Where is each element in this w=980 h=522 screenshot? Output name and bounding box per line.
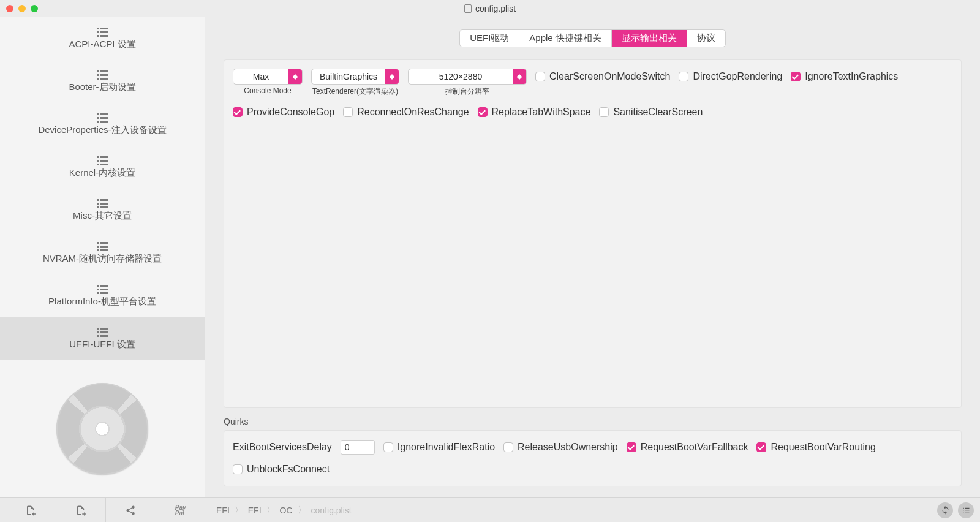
chevron-right-icon: 〉 xyxy=(235,505,243,516)
chevron-updown-icon xyxy=(385,69,399,84)
checkbox-releaseusbownership[interactable]: ReleaseUsbOwnership xyxy=(503,439,618,455)
list-icon xyxy=(97,328,108,336)
checkbox-ignoreinvalidflexratio[interactable]: IgnoreInvalidFlexRatio xyxy=(383,439,495,455)
document-icon xyxy=(464,4,472,13)
sidebar-item-platforminfo[interactable]: PlatformInfo-机型平台设置 xyxy=(0,274,205,317)
list-icon xyxy=(962,505,971,515)
checkbox-provideconsolegop[interactable]: ProvideConsoleGop xyxy=(233,104,334,120)
resolution-label: 控制台分辨率 xyxy=(445,86,489,97)
tab-protocols[interactable]: 协议 xyxy=(687,30,725,47)
checkbox-icon xyxy=(791,72,801,81)
exitbootservicesdelay-label: ExitBootServicesDelay xyxy=(233,442,332,453)
breadcrumb-item-current: config.plist xyxy=(311,505,352,515)
checkbox-icon xyxy=(679,72,688,81)
window-title-text: config.plist xyxy=(475,4,516,13)
checkbox-reconnectonreschange[interactable]: ReconnectOnResChange xyxy=(343,104,469,120)
file-import-icon xyxy=(25,505,36,516)
list-icon xyxy=(97,156,108,165)
quirks-panel: ExitBootServicesDelay IgnoreInvalidFlexR… xyxy=(224,430,962,486)
tab-apple-hotkeys[interactable]: Apple 快捷键相关 xyxy=(519,30,611,47)
checkbox-icon xyxy=(233,107,243,117)
sidebar-item-label: Kernel-内核设置 xyxy=(69,167,135,179)
checkbox-requestbootvarfallback[interactable]: RequestBootVarFallback xyxy=(627,439,748,455)
sidebar-item-nvram[interactable]: NVRAM-随机访问存储器设置 xyxy=(0,232,205,274)
output-panel: Max Console Mode BuiltinGraphics TextRen… xyxy=(224,59,962,408)
sidebar-item-label: DeviceProperties-注入设备设置 xyxy=(38,124,166,136)
console-mode-value: Max xyxy=(233,69,288,84)
file-export-icon xyxy=(75,505,86,516)
list-icon xyxy=(97,113,108,122)
text-renderer-value: BuiltinGraphics xyxy=(312,69,385,84)
share-icon xyxy=(125,505,136,516)
chevron-right-icon: 〉 xyxy=(266,505,275,516)
main-content: UEFI驱动 Apple 快捷键相关 显示输出相关 协议 Max Console… xyxy=(205,17,980,497)
resolution-select[interactable]: 5120×2880 xyxy=(408,69,527,85)
list-icon xyxy=(97,199,108,208)
sidebar-item-label: ACPI-ACPI 设置 xyxy=(69,39,135,50)
export-button[interactable] xyxy=(56,498,107,523)
sidebar-item-misc[interactable]: Misc-其它设置 xyxy=(0,189,205,232)
paypal-button[interactable]: Pay Pal xyxy=(156,498,206,523)
checkbox-directgoprendering[interactable]: DirectGopRendering xyxy=(679,69,782,85)
sidebar-item-acpi[interactable]: ACPI-ACPI 设置 xyxy=(0,17,205,60)
sync-button[interactable] xyxy=(937,502,953,518)
checkbox-icon xyxy=(478,107,488,117)
console-mode-label: Console Mode xyxy=(244,86,291,95)
tab-uefi-drivers[interactable]: UEFI驱动 xyxy=(460,30,519,47)
sidebar-item-label: UEFI-UEFI 设置 xyxy=(69,339,135,350)
list-icon xyxy=(97,285,108,293)
sidebar-item-booter[interactable]: Booter-启动设置 xyxy=(0,60,205,103)
checkbox-icon xyxy=(503,442,513,452)
chevron-updown-icon xyxy=(288,69,302,84)
list-view-button[interactable] xyxy=(958,502,974,518)
checkbox-icon xyxy=(627,442,636,452)
share-button[interactable] xyxy=(106,498,156,523)
checkbox-icon xyxy=(599,107,609,117)
jog-wheel[interactable] xyxy=(56,383,148,475)
checkbox-icon xyxy=(756,442,766,452)
console-mode-select[interactable]: Max xyxy=(233,69,303,85)
sidebar-item-label: Misc-其它设置 xyxy=(73,210,132,222)
title-bar: config.plist xyxy=(0,0,980,17)
sync-icon xyxy=(941,505,950,515)
checkbox-clearscreenonmodeswitch[interactable]: ClearScreenOnModeSwitch xyxy=(535,69,670,85)
text-renderer-label: TextRenderer(文字渲染器) xyxy=(312,86,398,97)
breadcrumb: EFI 〉 EFI 〉 OC 〉 config.plist xyxy=(216,505,352,516)
checkbox-icon xyxy=(233,464,243,474)
breadcrumb-item[interactable]: OC xyxy=(280,505,293,515)
tab-bar: UEFI驱动 Apple 快捷键相关 显示输出相关 协议 xyxy=(205,29,980,47)
quirks-section-label: Quirks xyxy=(224,417,962,426)
text-renderer-select[interactable]: BuiltinGraphics xyxy=(311,69,399,85)
list-icon xyxy=(97,70,108,79)
footer-bar: Pay Pal EFI 〉 EFI 〉 OC 〉 config.plist xyxy=(0,497,980,522)
window-title: config.plist xyxy=(0,4,980,13)
resolution-value: 5120×2880 xyxy=(409,69,513,84)
paypal-icon: Pay Pal xyxy=(175,505,186,516)
sidebar-item-uefi[interactable]: UEFI-UEFI 设置 xyxy=(0,317,205,360)
chevron-updown-icon xyxy=(513,69,526,84)
chevron-right-icon: 〉 xyxy=(298,505,306,516)
exitbootservicesdelay-input[interactable] xyxy=(341,440,375,455)
checkbox-replacetabwithspace[interactable]: ReplaceTabWithSpace xyxy=(478,104,591,120)
jog-wheel-area xyxy=(0,360,205,497)
checkbox-icon xyxy=(535,72,545,81)
sidebar-item-kernel[interactable]: Kernel-内核设置 xyxy=(0,146,205,189)
tab-output[interactable]: 显示输出相关 xyxy=(611,30,687,47)
checkbox-sanitiseclearscreen[interactable]: SanitiseClearScreen xyxy=(599,104,703,120)
sidebar-item-label: Booter-启动设置 xyxy=(69,81,135,93)
list-icon xyxy=(97,242,108,251)
checkbox-unblockfsconnect[interactable]: UnblockFsConnect xyxy=(233,461,330,477)
checkbox-requestbootvarrouting[interactable]: RequestBootVarRouting xyxy=(756,439,875,455)
sidebar-item-label: NVRAM-随机访问存储器设置 xyxy=(43,253,162,265)
checkbox-icon xyxy=(383,442,393,452)
sidebar: ACPI-ACPI 设置 Booter-启动设置 DevicePropertie… xyxy=(0,17,205,497)
checkbox-icon xyxy=(343,107,353,117)
import-button[interactable] xyxy=(6,498,56,523)
list-icon xyxy=(97,28,108,36)
breadcrumb-item[interactable]: EFI xyxy=(248,505,262,515)
sidebar-item-device-properties[interactable]: DeviceProperties-注入设备设置 xyxy=(0,103,205,146)
breadcrumb-item[interactable]: EFI xyxy=(216,505,230,515)
checkbox-ignoretextingraphics[interactable]: IgnoreTextInGraphics xyxy=(791,69,898,85)
sidebar-item-label: PlatformInfo-机型平台设置 xyxy=(48,296,156,308)
